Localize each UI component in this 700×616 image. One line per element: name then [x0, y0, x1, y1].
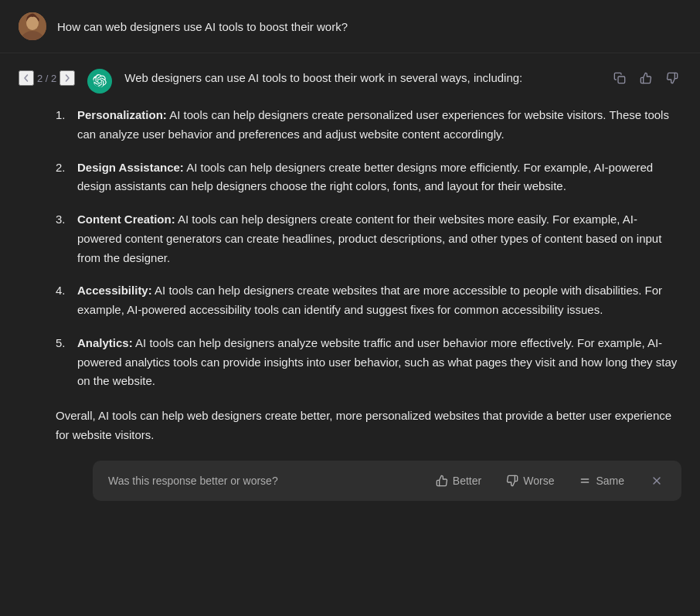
- same-label: Same: [596, 475, 624, 487]
- better-label: Better: [453, 475, 481, 487]
- list-bold: Accessibility:: [77, 284, 152, 297]
- response-intro: Web designers can use AI tools to boost …: [124, 69, 681, 87]
- response-container: 2 / 2 Web designers can use AI tools to …: [0, 53, 700, 516]
- list-item: 1. Personalization: AI tools can help de…: [56, 106, 681, 145]
- list-body: AI tools can help designers create websi…: [77, 284, 662, 316]
- list-number: 1.: [56, 106, 71, 145]
- list-text: Personalization: AI tools can help desig…: [77, 106, 681, 145]
- list-number: 5.: [56, 334, 71, 391]
- list-text: Accessibility: AI tools can help designe…: [77, 281, 681, 320]
- list-item: 4. Accessibility: AI tools can help desi…: [56, 281, 681, 320]
- nav-next-button[interactable]: [59, 70, 75, 86]
- list-item: 5. Analytics: AI tools can help designer…: [56, 334, 681, 391]
- action-icons: [610, 69, 681, 87]
- list-number: 4.: [56, 281, 71, 320]
- feedback-worse-button[interactable]: Worse: [501, 471, 559, 490]
- response-summary: Overall, AI tools can help web designers…: [56, 407, 681, 445]
- worse-label: Worse: [523, 475, 554, 487]
- nav-controls: 2 / 2: [19, 70, 75, 86]
- copy-button[interactable]: [610, 69, 629, 87]
- same-icon: [579, 475, 591, 487]
- list-text: Design Assistance: AI tools can help des…: [77, 158, 681, 197]
- list-text: Content Creation: AI tools can help desi…: [77, 210, 681, 267]
- feedback-close-button[interactable]: [647, 471, 666, 490]
- thumbs-up-button[interactable]: [637, 69, 655, 87]
- list-text: Analytics: AI tools can help designers a…: [77, 334, 681, 391]
- feedback-question: Was this response better or worse?: [108, 475, 413, 487]
- nav-count: 2 / 2: [37, 73, 56, 84]
- list-item: 3. Content Creation: AI tools can help d…: [56, 210, 681, 267]
- list-number: 2.: [56, 158, 71, 197]
- list-bold: Design Assistance:: [77, 161, 184, 174]
- avatar-image: [19, 12, 46, 40]
- feedback-better-button[interactable]: Better: [431, 471, 486, 490]
- feedback-options: Better Worse Same: [431, 471, 629, 490]
- feedback-bar: Was this response better or worse? Bette…: [93, 461, 681, 501]
- list-number: 3.: [56, 210, 71, 267]
- list-body: AI tools can help designers analyze webs…: [77, 336, 677, 388]
- svg-rect-3: [618, 77, 625, 83]
- nav-prev-button[interactable]: [19, 70, 34, 86]
- list-bold: Analytics:: [77, 336, 133, 349]
- thumbs-down-button[interactable]: [663, 69, 681, 87]
- response-header: 2 / 2 Web designers can use AI tools to …: [19, 69, 681, 94]
- response-content: 1. Personalization: AI tools can help de…: [56, 106, 681, 501]
- thumbs-down-icon: [506, 475, 518, 487]
- thumbs-up-icon: [436, 475, 448, 487]
- header: How can web designers use AI tools to bo…: [0, 0, 700, 53]
- user-avatar: [19, 12, 46, 40]
- response-list: 1. Personalization: AI tools can help de…: [56, 106, 681, 391]
- list-item: 2. Design Assistance: AI tools can help …: [56, 158, 681, 197]
- list-bold: Personalization:: [77, 108, 167, 121]
- header-title: How can web designers use AI tools to bo…: [57, 20, 348, 33]
- feedback-same-button[interactable]: Same: [574, 471, 629, 490]
- list-body: AI tools can help designers create perso…: [77, 108, 669, 141]
- close-icon: [651, 475, 663, 487]
- list-bold: Content Creation:: [77, 213, 175, 226]
- chatgpt-icon: [87, 69, 112, 94]
